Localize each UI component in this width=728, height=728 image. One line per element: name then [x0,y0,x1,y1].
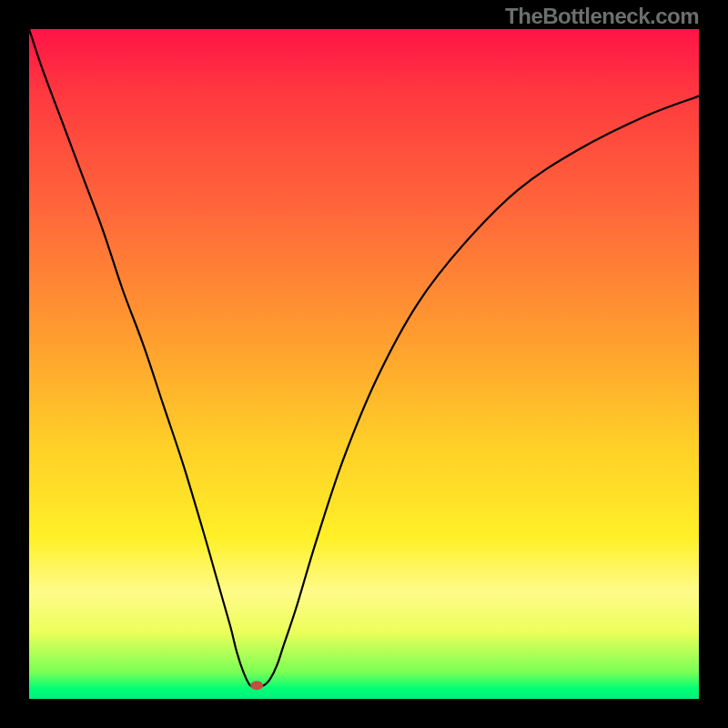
plot-area [29,29,699,699]
watermark-text: TheBottleneck.com [505,4,699,29]
chart-frame: TheBottleneck.com [0,0,728,728]
curva-minimum-marker [250,681,263,690]
bottleneck-curve [29,29,699,699]
